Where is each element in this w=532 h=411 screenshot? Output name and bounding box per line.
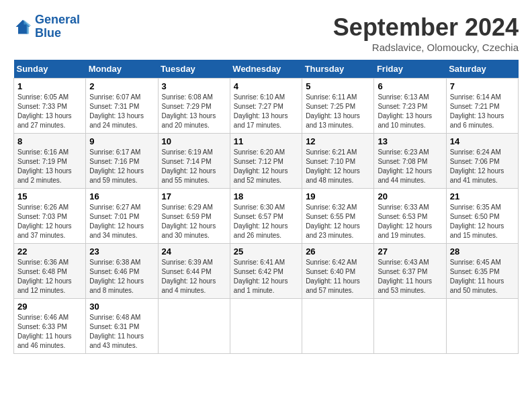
week-row-1: 1Sunrise: 6:05 AM Sunset: 7:33 PM Daylig… <box>14 79 519 134</box>
day-number: 7 <box>450 81 515 91</box>
col-monday: Monday <box>86 60 158 79</box>
calendar-table: Sunday Monday Tuesday Wednesday Thursday… <box>13 60 519 354</box>
col-sunday: Sunday <box>14 60 86 79</box>
day-number: 19 <box>306 191 370 201</box>
day-info: Sunrise: 6:05 AM Sunset: 7:33 PM Dayligh… <box>17 93 82 130</box>
table-row: 1Sunrise: 6:05 AM Sunset: 7:33 PM Daylig… <box>14 79 86 134</box>
table-row: 3Sunrise: 6:08 AM Sunset: 7:29 PM Daylig… <box>158 79 230 134</box>
table-row <box>374 299 446 354</box>
day-info: Sunrise: 6:11 AM Sunset: 7:25 PM Dayligh… <box>306 93 370 130</box>
table-row: 20Sunrise: 6:33 AM Sunset: 6:53 PM Dayli… <box>374 189 446 244</box>
day-info: Sunrise: 6:19 AM Sunset: 7:14 PM Dayligh… <box>162 148 226 185</box>
table-row <box>158 299 230 354</box>
day-number: 3 <box>162 81 226 91</box>
day-number: 16 <box>89 191 154 201</box>
col-saturday: Saturday <box>446 60 518 79</box>
day-number: 12 <box>306 136 370 146</box>
day-number: 15 <box>17 191 82 201</box>
day-info: Sunrise: 6:08 AM Sunset: 7:29 PM Dayligh… <box>162 93 226 130</box>
table-row: 6Sunrise: 6:13 AM Sunset: 7:23 PM Daylig… <box>374 79 446 134</box>
day-info: Sunrise: 6:42 AM Sunset: 6:40 PM Dayligh… <box>306 258 370 295</box>
month-title: September 2024 <box>333 13 519 42</box>
table-row: 17Sunrise: 6:29 AM Sunset: 6:59 PM Dayli… <box>158 189 230 244</box>
day-number: 8 <box>17 136 82 146</box>
day-number: 29 <box>17 302 82 312</box>
day-number: 4 <box>234 81 298 91</box>
col-tuesday: Tuesday <box>158 60 230 79</box>
day-number: 23 <box>89 246 154 257</box>
table-row <box>446 299 518 354</box>
day-number: 6 <box>378 81 442 91</box>
day-info: Sunrise: 6:13 AM Sunset: 7:23 PM Dayligh… <box>378 93 442 130</box>
day-info: Sunrise: 6:26 AM Sunset: 7:03 PM Dayligh… <box>17 203 82 240</box>
day-info: Sunrise: 6:29 AM Sunset: 6:59 PM Dayligh… <box>162 203 226 240</box>
day-info: Sunrise: 6:07 AM Sunset: 7:31 PM Dayligh… <box>89 93 154 130</box>
day-number: 24 <box>162 246 226 257</box>
table-row: 7Sunrise: 6:14 AM Sunset: 7:21 PM Daylig… <box>446 79 518 134</box>
table-row: 30Sunrise: 6:48 AM Sunset: 6:31 PM Dayli… <box>86 299 158 354</box>
day-info: Sunrise: 6:30 AM Sunset: 6:57 PM Dayligh… <box>234 203 298 240</box>
day-number: 10 <box>162 136 226 146</box>
day-info: Sunrise: 6:39 AM Sunset: 6:44 PM Dayligh… <box>162 258 226 295</box>
table-row: 9Sunrise: 6:17 AM Sunset: 7:16 PM Daylig… <box>86 134 158 189</box>
logo-icon <box>13 17 32 36</box>
day-info: Sunrise: 6:48 AM Sunset: 6:31 PM Dayligh… <box>89 313 154 351</box>
table-row: 29Sunrise: 6:46 AM Sunset: 6:33 PM Dayli… <box>14 299 86 354</box>
table-row: 18Sunrise: 6:30 AM Sunset: 6:57 PM Dayli… <box>230 189 302 244</box>
day-number: 21 <box>450 191 515 201</box>
col-wednesday: Wednesday <box>230 60 302 79</box>
day-number: 9 <box>89 136 154 146</box>
day-number: 2 <box>89 81 154 91</box>
day-number: 14 <box>450 136 515 146</box>
table-row: 26Sunrise: 6:42 AM Sunset: 6:40 PM Dayli… <box>302 244 374 299</box>
day-info: Sunrise: 6:14 AM Sunset: 7:21 PM Dayligh… <box>450 93 515 130</box>
day-number: 22 <box>17 246 82 257</box>
day-number: 20 <box>378 191 442 201</box>
table-row: 13Sunrise: 6:23 AM Sunset: 7:08 PM Dayli… <box>374 134 446 189</box>
day-number: 5 <box>306 81 370 91</box>
col-thursday: Thursday <box>302 60 374 79</box>
week-row-2: 8Sunrise: 6:16 AM Sunset: 7:19 PM Daylig… <box>14 134 519 189</box>
day-info: Sunrise: 6:36 AM Sunset: 6:48 PM Dayligh… <box>17 258 82 295</box>
page-header: General Blue September 2024 Radslavice, … <box>13 13 519 53</box>
table-row: 16Sunrise: 6:27 AM Sunset: 7:01 PM Dayli… <box>86 189 158 244</box>
day-info: Sunrise: 6:38 AM Sunset: 6:46 PM Dayligh… <box>89 258 154 295</box>
day-info: Sunrise: 6:45 AM Sunset: 6:35 PM Dayligh… <box>450 258 515 295</box>
day-info: Sunrise: 6:10 AM Sunset: 7:27 PM Dayligh… <box>234 93 298 130</box>
day-info: Sunrise: 6:41 AM Sunset: 6:42 PM Dayligh… <box>234 258 298 295</box>
table-row: 23Sunrise: 6:38 AM Sunset: 6:46 PM Dayli… <box>86 244 158 299</box>
table-row: 10Sunrise: 6:19 AM Sunset: 7:14 PM Dayli… <box>158 134 230 189</box>
day-info: Sunrise: 6:33 AM Sunset: 6:53 PM Dayligh… <box>378 203 442 240</box>
day-number: 26 <box>306 246 370 257</box>
logo: General Blue <box>13 13 80 40</box>
day-info: Sunrise: 6:35 AM Sunset: 6:50 PM Dayligh… <box>450 203 515 240</box>
table-row: 5Sunrise: 6:11 AM Sunset: 7:25 PM Daylig… <box>302 79 374 134</box>
table-row: 8Sunrise: 6:16 AM Sunset: 7:19 PM Daylig… <box>14 134 86 189</box>
day-number: 18 <box>234 191 298 201</box>
table-row: 4Sunrise: 6:10 AM Sunset: 7:27 PM Daylig… <box>230 79 302 134</box>
day-info: Sunrise: 6:17 AM Sunset: 7:16 PM Dayligh… <box>89 148 154 185</box>
table-row: 19Sunrise: 6:32 AM Sunset: 6:55 PM Dayli… <box>302 189 374 244</box>
day-number: 28 <box>450 246 515 257</box>
day-info: Sunrise: 6:32 AM Sunset: 6:55 PM Dayligh… <box>306 203 370 240</box>
table-row: 12Sunrise: 6:21 AM Sunset: 7:10 PM Dayli… <box>302 134 374 189</box>
table-row: 2Sunrise: 6:07 AM Sunset: 7:31 PM Daylig… <box>86 79 158 134</box>
table-row: 28Sunrise: 6:45 AM Sunset: 6:35 PM Dayli… <box>446 244 518 299</box>
logo-blue: Blue <box>35 26 61 40</box>
day-info: Sunrise: 6:16 AM Sunset: 7:19 PM Dayligh… <box>17 148 82 185</box>
day-number: 17 <box>162 191 226 201</box>
week-row-5: 29Sunrise: 6:46 AM Sunset: 6:33 PM Dayli… <box>14 299 519 354</box>
day-info: Sunrise: 6:24 AM Sunset: 7:06 PM Dayligh… <box>450 148 515 185</box>
day-info: Sunrise: 6:43 AM Sunset: 6:37 PM Dayligh… <box>378 258 442 295</box>
day-info: Sunrise: 6:20 AM Sunset: 7:12 PM Dayligh… <box>234 148 298 185</box>
table-row: 14Sunrise: 6:24 AM Sunset: 7:06 PM Dayli… <box>446 134 518 189</box>
week-row-3: 15Sunrise: 6:26 AM Sunset: 7:03 PM Dayli… <box>14 189 519 244</box>
day-number: 13 <box>378 136 442 146</box>
day-info: Sunrise: 6:46 AM Sunset: 6:33 PM Dayligh… <box>17 313 82 351</box>
day-number: 27 <box>378 246 442 257</box>
table-row: 22Sunrise: 6:36 AM Sunset: 6:48 PM Dayli… <box>14 244 86 299</box>
table-row: 25Sunrise: 6:41 AM Sunset: 6:42 PM Dayli… <box>230 244 302 299</box>
table-row: 11Sunrise: 6:20 AM Sunset: 7:12 PM Dayli… <box>230 134 302 189</box>
table-row <box>302 299 374 354</box>
day-number: 11 <box>234 136 298 146</box>
